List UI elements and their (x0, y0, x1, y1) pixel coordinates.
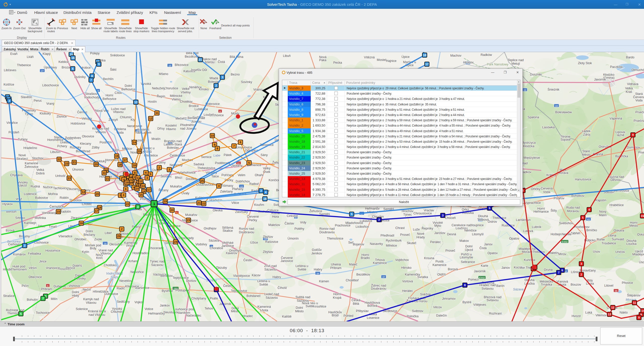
svg-text:Neveklov: Neveklov (119, 279, 132, 283)
svg-text:Mořinka: Mořinka (35, 216, 46, 220)
svg-text:2: 2 (378, 218, 380, 221)
svg-text:12: 12 (611, 306, 615, 309)
svg-text:Chotilsko: Chotilsko (104, 263, 116, 267)
svg-text:Domašov: Domašov (627, 146, 640, 149)
svg-text:Strašice: Strašice (3, 294, 14, 298)
svg-text:Křížků: Křížků (143, 150, 151, 153)
svg-text:Miřetice: Miřetice (386, 244, 397, 247)
svg-text:Janov: Janov (484, 243, 493, 246)
svg-text:Úsov: Úsov (593, 250, 600, 253)
svg-text:Jarošov: Jarošov (434, 231, 446, 235)
svg-text:Kamenná: Kamenná (257, 305, 271, 309)
svg-text:Leština u: Leština u (296, 264, 308, 268)
svg-text:Desná: Desná (447, 233, 456, 236)
svg-text:Berounka: Berounka (7, 240, 21, 243)
svg-text:Kácov: Kácov (252, 274, 261, 277)
svg-text:Orlicí: Orlicí (462, 208, 469, 211)
svg-text:21: 21 (73, 161, 76, 164)
svg-text:12: 12 (149, 117, 152, 120)
svg-text:9: 9 (214, 143, 215, 146)
svg-text:Janovice: Janovice (280, 259, 293, 263)
svg-text:Řepín: Řepín (157, 94, 165, 98)
svg-text:Pohled: Pohled (344, 314, 353, 318)
svg-text:Chlumec: Chlumec (111, 310, 123, 314)
svg-text:Stochov: Stochov (32, 157, 44, 160)
svg-text:Město: Město (629, 224, 638, 227)
svg-text:Mořina: Mořina (48, 192, 58, 196)
svg-text:Kamenice: Kamenice (432, 263, 447, 267)
svg-text:2: 2 (260, 189, 262, 192)
svg-text:6: 6 (240, 141, 241, 144)
svg-text:Opatov: Opatov (509, 237, 519, 240)
svg-text:Štětí: Štětí (110, 68, 116, 71)
svg-text:Josefův Důl: Josefův Důl (190, 68, 207, 72)
svg-text:Polepy: Polepy (90, 52, 100, 55)
svg-text:Borová: Borová (448, 267, 458, 271)
svg-text:Javorník: Javorník (219, 302, 231, 306)
svg-text:Němčice: Němčice (464, 229, 477, 232)
svg-text:Lanškroun: Lanškroun (516, 218, 531, 222)
svg-text:Keblice: Keblice (59, 60, 69, 64)
svg-text:Maleč: Maleč (349, 263, 357, 266)
svg-text:3: 3 (9, 99, 10, 102)
svg-text:Vortová: Vortová (402, 280, 413, 283)
svg-text:Křečovice: Křečovice (125, 285, 139, 288)
svg-text:2: 2 (121, 227, 123, 230)
svg-text:Mělnické: Mělnické (170, 94, 182, 98)
svg-text:Neustupov: Neustupov (164, 311, 179, 314)
svg-text:Habry: Habry (314, 268, 322, 271)
svg-text:Heřmanův: Heřmanův (365, 207, 380, 210)
svg-text:Březí: Březí (175, 176, 182, 179)
svg-text:Sedlčany: Sedlčany (117, 300, 130, 303)
svg-text:Brodce: Brodce (189, 104, 199, 108)
svg-text:25: 25 (201, 179, 204, 182)
svg-text:Vtelno: Vtelno (172, 98, 180, 101)
svg-text:Velká: Velká (36, 168, 44, 172)
svg-text:Kłodzka: Kłodzka (523, 144, 535, 148)
svg-text:Hronov: Hronov (463, 61, 474, 64)
svg-text:Broumy: Broumy (19, 235, 30, 238)
svg-text:16: 16 (71, 56, 75, 59)
svg-text:Brod: Brod (332, 314, 338, 317)
svg-text:2: 2 (215, 84, 217, 87)
svg-text:2: 2 (24, 244, 25, 247)
svg-text:Písečná: Písečná (633, 119, 644, 123)
svg-text:Mratín: Mratín (151, 137, 160, 141)
svg-text:3: 3 (137, 205, 139, 208)
svg-text:Otmuchów: Otmuchów (631, 68, 644, 72)
svg-text:Světlé: Světlé (259, 283, 268, 286)
svg-text:17: 17 (124, 159, 127, 162)
svg-text:Újezd: Újezd (465, 248, 473, 252)
svg-text:Slapy: Slapy (110, 275, 118, 279)
svg-text:Číhošť: Číhošť (277, 286, 287, 290)
svg-text:Pecka: Pecka (333, 61, 342, 64)
svg-text:21: 21 (106, 177, 109, 180)
svg-text:Předhradí: Předhradí (381, 234, 394, 237)
svg-text:43: 43 (587, 218, 590, 221)
svg-text:17: 17 (425, 63, 429, 66)
svg-text:Libina: Libina (608, 234, 616, 237)
svg-text:Lhota: Lhota (260, 309, 268, 312)
svg-text:Hora: Hora (272, 215, 279, 218)
svg-text:Teplice nad: Teplice nad (508, 58, 524, 62)
svg-text:Řepníky: Řepníky (422, 226, 433, 230)
svg-text:Úhonice: Úhonice (72, 168, 84, 171)
svg-text:3: 3 (146, 176, 148, 179)
svg-text:Loučka: Loučka (525, 282, 535, 285)
svg-text:Pňovice: Pňovice (622, 281, 633, 285)
svg-text:Jirny: Jirny (159, 161, 166, 164)
svg-text:Světlé: Světlé (298, 268, 306, 271)
svg-text:Vitice: Vitice (231, 201, 239, 205)
svg-text:Dolní: Dolní (296, 306, 303, 310)
svg-text:Nový: Nový (599, 210, 607, 213)
svg-text:Dlouhá: Dlouhá (478, 214, 488, 218)
svg-text:Dolní: Dolní (86, 229, 93, 233)
svg-text:Hradec: Hradec (243, 314, 253, 318)
svg-text:Vinařice: Vinařice (7, 121, 18, 125)
svg-text:Sázavou: Sázavou (264, 268, 277, 271)
svg-text:21: 21 (199, 58, 202, 61)
svg-text:20: 20 (171, 209, 174, 212)
svg-text:Semice: Semice (201, 155, 212, 159)
svg-text:6: 6 (145, 171, 147, 174)
svg-text:Radotín: Radotín (60, 210, 71, 213)
